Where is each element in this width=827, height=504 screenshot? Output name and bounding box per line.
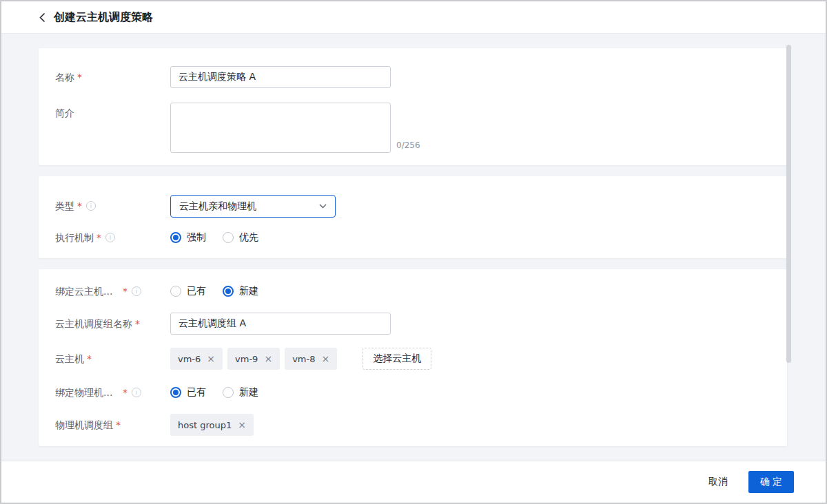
radio-unchecked-icon xyxy=(223,387,234,398)
host-group-label: 物理机调度组 * xyxy=(55,418,121,432)
mechanism-label: 执行机制 * xyxy=(55,231,115,244)
bind-host-group-label-text: 绑定物理机... xyxy=(55,386,120,399)
radio-mechanism-prefer[interactable]: 优先 xyxy=(223,231,258,244)
radio-unchecked-icon xyxy=(223,232,234,243)
host-group-label-text: 物理机调度组 xyxy=(55,418,113,432)
info-icon[interactable] xyxy=(132,286,141,296)
footer-bar: 取消 确定 xyxy=(1,461,826,503)
name-label: 名称 * xyxy=(55,70,82,84)
tag-remove-icon[interactable]: × xyxy=(264,354,272,364)
radio-label: 新建 xyxy=(239,386,258,399)
intro-textarea[interactable] xyxy=(170,103,391,153)
type-label: 类型 * xyxy=(55,199,96,213)
required-asterisk: * xyxy=(77,70,82,84)
chevron-down-icon xyxy=(319,204,327,209)
basic-info-card: 名称 * 简介 0/256 xyxy=(39,48,787,165)
page-header: 创建云主机调度策略 xyxy=(1,1,826,34)
mechanism-radio-group: 强制 优先 xyxy=(170,231,258,244)
bind-host-group-radio-group: 已有 新建 xyxy=(170,386,258,399)
radio-label: 强制 xyxy=(187,231,206,244)
create-scheduling-policy-page: 创建云主机调度策略 名称 * 简介 0/256 类型 * 云主机亲和物理机 执行… xyxy=(0,0,827,504)
bind-vm-group-label-text: 绑定云主机... xyxy=(55,284,120,298)
required-asterisk: * xyxy=(87,352,92,366)
intro-label: 简介 xyxy=(55,106,74,120)
radio-label: 优先 xyxy=(239,231,258,244)
vm-tag: vm-9 × xyxy=(227,348,280,370)
required-asterisk: * xyxy=(96,231,101,244)
type-label-text: 类型 xyxy=(55,199,74,213)
tag-remove-icon[interactable]: × xyxy=(321,354,329,364)
radio-checked-icon xyxy=(223,286,234,297)
radio-label: 新建 xyxy=(239,285,258,297)
tag-remove-icon[interactable]: × xyxy=(207,354,215,364)
radio-checked-icon xyxy=(170,232,181,243)
back-button[interactable] xyxy=(39,12,45,23)
type-select-value: 云主机亲和物理机 xyxy=(179,200,256,213)
bind-vm-group-label: 绑定云主机... * xyxy=(55,284,141,298)
vm-tag: vm-8 × xyxy=(285,348,337,370)
required-asterisk: * xyxy=(123,386,127,399)
vm-group-name-label: 云主机调度组名称 * xyxy=(55,317,140,330)
host-group-tag-text: host group1 xyxy=(178,420,232,430)
host-group-tag: host group1 × xyxy=(170,414,254,436)
radio-mechanism-force[interactable]: 强制 xyxy=(170,231,206,244)
name-input[interactable] xyxy=(170,66,391,88)
bind-host-group-label: 绑定物理机... * xyxy=(55,386,141,399)
radio-host-existing[interactable]: 已有 xyxy=(170,386,206,399)
select-vm-button[interactable]: 选择云主机 xyxy=(363,348,431,370)
radio-host-new[interactable]: 新建 xyxy=(223,386,258,399)
required-asterisk: * xyxy=(135,317,140,330)
name-label-text: 名称 xyxy=(55,70,74,84)
info-icon[interactable] xyxy=(132,388,141,397)
bind-vm-group-radio-group: 已有 新建 xyxy=(170,284,258,298)
required-asterisk: * xyxy=(116,418,121,432)
radio-unchecked-icon xyxy=(170,286,181,297)
host-group-tags-row: host group1 × xyxy=(170,414,254,436)
vm-tag-text: vm-6 xyxy=(178,354,201,364)
radio-label: 已有 xyxy=(187,285,206,297)
info-icon[interactable] xyxy=(105,233,115,242)
vms-label: 云主机 * xyxy=(55,352,92,366)
required-asterisk: * xyxy=(123,284,127,298)
radio-vm-new[interactable]: 新建 xyxy=(223,285,258,297)
required-asterisk: * xyxy=(77,199,82,213)
page-title: 创建云主机调度策略 xyxy=(54,10,153,25)
scrollbar[interactable] xyxy=(786,45,791,363)
vm-tag-text: vm-8 xyxy=(292,354,315,364)
chevron-left-icon xyxy=(39,12,45,23)
radio-checked-icon xyxy=(170,387,181,398)
type-card: 类型 * 云主机亲和物理机 执行机制 * 强制 优先 xyxy=(39,176,787,258)
cancel-button[interactable]: 取消 xyxy=(706,472,731,492)
mechanism-label-text: 执行机制 xyxy=(55,231,94,244)
vm-tag: vm-6 × xyxy=(170,348,223,370)
radio-label: 已有 xyxy=(187,386,206,399)
char-counter: 0/256 xyxy=(396,140,420,150)
radio-vm-existing[interactable]: 已有 xyxy=(170,285,206,297)
binding-card: 绑定云主机... * 已有 新建 云主机调度组名称 * 云主机 * vm-6 xyxy=(39,269,787,446)
intro-label-text: 简介 xyxy=(55,106,74,120)
vms-label-text: 云主机 xyxy=(55,352,84,366)
type-select[interactable]: 云主机亲和物理机 xyxy=(170,195,336,218)
vm-group-name-label-text: 云主机调度组名称 xyxy=(55,317,132,330)
vm-group-name-input[interactable] xyxy=(170,313,391,335)
vm-tag-text: vm-9 xyxy=(235,354,258,364)
vm-tags-row: vm-6 × vm-9 × vm-8 × 选择云主机 xyxy=(170,348,431,370)
info-icon[interactable] xyxy=(86,201,96,211)
confirm-button[interactable]: 确定 xyxy=(748,471,794,493)
tag-remove-icon[interactable]: × xyxy=(238,420,246,430)
